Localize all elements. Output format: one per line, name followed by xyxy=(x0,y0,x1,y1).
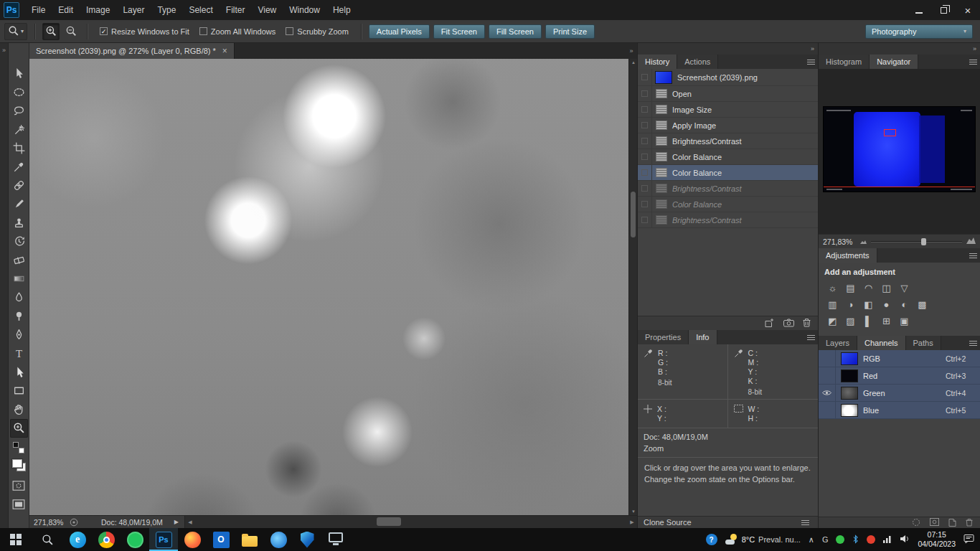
tool-spot-healing[interactable] xyxy=(10,176,28,195)
tool-zoom[interactable] xyxy=(10,419,28,438)
checkbox-scrubby-zoom[interactable]: Scrubby Zoom xyxy=(286,27,349,36)
adjustment-threshold-icon[interactable]: ▌ xyxy=(860,314,877,329)
visibility-toggle-empty[interactable] xyxy=(819,350,836,367)
checkbox-zoom-all-windows[interactable]: Zoom All Windows xyxy=(199,27,275,36)
tool-preset-picker[interactable]: ▾ xyxy=(4,23,27,40)
history-brush-source-well[interactable] xyxy=(638,165,652,180)
scroll-down-icon[interactable]: ▼ xyxy=(629,509,637,514)
tool-type[interactable]: T xyxy=(10,344,28,363)
channel-row-green[interactable]: Green Ctrl+4 xyxy=(819,385,980,402)
dock-collapse-strip[interactable]: » xyxy=(638,43,818,55)
channel-row-blue[interactable]: Blue Ctrl+5 xyxy=(819,402,980,419)
canvas-image[interactable] xyxy=(29,59,628,515)
tool-pen[interactable] xyxy=(10,326,28,344)
checkbox-resize-windows-to-fit[interactable]: ✓ Resize Windows to Fit xyxy=(100,27,189,36)
new-document-from-state-button[interactable] xyxy=(765,318,775,329)
navigator-thumbnail[interactable] xyxy=(823,106,976,192)
hidden-icons-chevron[interactable]: ∧ xyxy=(809,535,814,545)
tray-red-app-icon[interactable] xyxy=(867,535,875,544)
navigator-zoom-value[interactable]: 271,83% xyxy=(823,237,856,246)
adjustment-hue-saturation-icon[interactable]: ▥ xyxy=(824,297,841,312)
menu-help[interactable]: Help xyxy=(326,0,357,20)
status-zoom-level[interactable]: 271,83% xyxy=(29,518,70,527)
history-brush-source-well[interactable] xyxy=(638,86,652,101)
navigator-preview[interactable] xyxy=(819,69,980,234)
adjustment-exposure-icon[interactable]: ◫ xyxy=(878,281,895,296)
vertical-scroll-thumb[interactable] xyxy=(631,192,636,237)
zoom-in-button[interactable] xyxy=(42,23,60,40)
tab-channels[interactable]: Channels xyxy=(857,336,905,350)
tool-hand[interactable] xyxy=(10,400,28,419)
adjustment-gradient-map-icon[interactable]: ⊞ xyxy=(878,314,895,329)
fill-screen-button[interactable]: Fill Screen xyxy=(489,24,542,39)
tray-app-g-icon[interactable]: G xyxy=(822,535,829,544)
document-tab[interactable]: Screenshot (2039).png @ 272% (Layer 0, R… xyxy=(29,43,235,59)
visibility-toggle-empty[interactable] xyxy=(819,402,836,418)
panel-menu-icon[interactable] xyxy=(804,55,818,69)
scroll-up-icon[interactable]: ▲ xyxy=(629,60,637,65)
menu-select[interactable]: Select xyxy=(182,0,219,20)
foreground-color-swatch[interactable] xyxy=(12,459,26,471)
checkbox-icon[interactable] xyxy=(199,27,207,35)
adjustment-posterize-icon[interactable]: ▨ xyxy=(842,314,859,329)
document-close-icon[interactable]: × xyxy=(222,46,227,56)
tool-history-brush[interactable] xyxy=(10,232,28,251)
zoom-out-button[interactable] xyxy=(62,23,80,40)
menu-view[interactable]: View xyxy=(251,0,283,20)
tool-gradient[interactable] xyxy=(10,270,28,288)
print-size-button[interactable]: Print Size xyxy=(545,24,595,39)
adjustment-photo-filter-icon[interactable]: ● xyxy=(878,297,895,312)
adjustment-selective-color-icon[interactable]: ▣ xyxy=(896,314,913,329)
taskbar-app-edge[interactable]: e xyxy=(63,528,92,551)
dock-collapse-strip[interactable]: » xyxy=(819,43,980,55)
taskbar-app-browser[interactable] xyxy=(264,528,293,551)
visibility-toggle-empty[interactable] xyxy=(819,367,836,384)
checkbox-icon[interactable] xyxy=(286,27,293,35)
status-menu-arrow-icon[interactable]: ▶ xyxy=(174,519,179,525)
canvas-area[interactable]: ▲ ▼ xyxy=(29,59,637,515)
taskbar-app-security[interactable] xyxy=(293,528,321,551)
tab-info[interactable]: Info xyxy=(689,330,717,344)
history-step[interactable]: Color Balance xyxy=(638,165,818,181)
horizontal-scroll-track[interactable] xyxy=(195,516,627,528)
status-doc-size[interactable]: Doc: 48,0M/19,0M xyxy=(101,518,163,527)
history-brush-source-well[interactable] xyxy=(638,133,652,149)
quick-mask-button[interactable] xyxy=(12,480,25,491)
tab-history[interactable]: History xyxy=(638,55,677,69)
navigator-zoom-slider[interactable] xyxy=(871,241,962,242)
tool-clone-stamp[interactable] xyxy=(10,214,28,232)
menu-file[interactable]: File xyxy=(25,0,52,20)
tool-dodge[interactable] xyxy=(10,307,28,326)
new-channel-button[interactable] xyxy=(948,518,956,528)
history-brush-source-well[interactable] xyxy=(638,118,652,133)
taskbar-search-button[interactable] xyxy=(32,528,63,551)
scroll-right-icon[interactable]: ▶ xyxy=(627,519,637,525)
load-selection-button[interactable] xyxy=(912,518,920,528)
history-brush-source-well[interactable] xyxy=(638,102,652,117)
vertical-scrollbar[interactable]: ▲ ▼ xyxy=(628,59,637,515)
history-step[interactable]: Color Balance xyxy=(638,197,818,212)
panel-menu-icon[interactable] xyxy=(798,520,812,525)
taskbar-app-messaging[interactable] xyxy=(121,528,149,551)
panel-menu-icon[interactable] xyxy=(804,330,818,344)
navigator-view-rectangle[interactable] xyxy=(884,129,896,137)
panel-menu-icon[interactable] xyxy=(966,336,980,350)
workspace-switcher[interactable]: Photography ▾ xyxy=(865,24,973,39)
taskbar-app-chrome[interactable] xyxy=(92,528,121,551)
panel-menu-icon[interactable] xyxy=(966,55,980,69)
tool-eyedropper[interactable] xyxy=(10,158,28,176)
toolbar-collapse-strip[interactable]: » xyxy=(0,43,9,528)
delete-channel-button[interactable] xyxy=(966,518,973,528)
scroll-left-icon[interactable]: ◀ xyxy=(185,519,195,525)
tab-overflow-icon[interactable]: » xyxy=(626,43,637,59)
volume-icon[interactable] xyxy=(900,534,910,545)
clone-source-panel-header[interactable]: Clone Source xyxy=(638,516,818,528)
tool-brush[interactable] xyxy=(10,195,28,214)
tool-path-selection[interactable] xyxy=(10,363,28,382)
checkbox-icon[interactable]: ✓ xyxy=(100,27,108,35)
adjustment-levels-icon[interactable]: ▤ xyxy=(842,281,859,296)
status-badge-icon[interactable] xyxy=(70,518,78,527)
adjustment-color-lookup-icon[interactable]: ▩ xyxy=(914,297,930,312)
tool-eraser[interactable] xyxy=(10,251,28,270)
tab-histogram[interactable]: Histogram xyxy=(819,55,870,69)
